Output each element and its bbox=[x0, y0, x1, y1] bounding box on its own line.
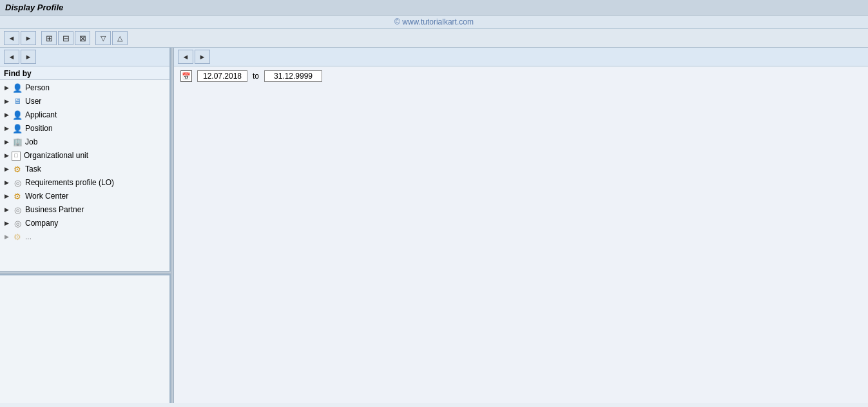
tree-arrow-req: ▶ bbox=[3, 179, 10, 188]
date-from-field[interactable]: 12.07.2018 bbox=[197, 70, 247, 82]
to-label: to bbox=[253, 72, 259, 81]
tree-item-biz-partner[interactable]: ▶ ◎ Business Partner bbox=[0, 203, 169, 217]
partial-icon: ⚙ bbox=[12, 232, 23, 243]
main-toolbar: ◄ ► ⊞ ⊟ ⊠ ▽ △ bbox=[0, 29, 868, 48]
biz-partner-icon: ◎ bbox=[12, 205, 23, 215]
tree-label-job: Job bbox=[25, 137, 37, 148]
date-row: 📅 12.07.2018 to 31.12.9999 bbox=[174, 66, 868, 86]
req-profile-icon: ◎ bbox=[12, 178, 23, 188]
tree-arrow-job: ▶ bbox=[3, 138, 10, 147]
org-unit-icon: □ bbox=[12, 152, 21, 161]
right-panel: ◄ ► 📅 12.07.2018 to 31.12.9999 bbox=[174, 48, 868, 403]
position-icon: 👤 bbox=[12, 124, 23, 134]
toolbar-btn-7[interactable]: △ bbox=[112, 31, 128, 45]
tree-arrow-person: ▶ bbox=[3, 84, 10, 93]
tree-arrow-partial: ▶ bbox=[3, 233, 10, 242]
work-center-icon: ⚙ bbox=[12, 192, 23, 202]
tree-label-user: User bbox=[25, 96, 41, 107]
left-forward-btn[interactable]: ► bbox=[21, 50, 36, 64]
toolbar-back-btn[interactable]: ◄ bbox=[4, 31, 19, 45]
tree-arrow-org: ▶ bbox=[3, 152, 10, 161]
task-icon: ⚙ bbox=[12, 164, 23, 175]
applicant-icon: 👤 bbox=[12, 110, 23, 121]
left-panel: ◄ ► Find by ▶ 👤 Person ▶ 🖥 User bbox=[0, 48, 171, 271]
tree-label-req-profile: Requirements profile (LO) bbox=[25, 177, 114, 188]
tree-item-person[interactable]: ▶ 👤 Person bbox=[0, 81, 169, 95]
tree-item-partial[interactable]: ▶ ⚙ ... bbox=[0, 230, 169, 244]
toolbar-btn-6[interactable]: ▽ bbox=[95, 31, 111, 45]
tree-label-task: Task bbox=[25, 164, 41, 175]
left-back-btn[interactable]: ◄ bbox=[4, 50, 19, 64]
title-bar: Display Profile bbox=[0, 0, 868, 15]
tree-item-org-unit[interactable]: ▶ □ Organizational unit bbox=[0, 149, 169, 163]
main-layout: ◄ ► Find by ▶ 👤 Person ▶ 🖥 User bbox=[0, 48, 868, 403]
tree-label-partial: ... bbox=[25, 232, 32, 243]
company-icon: ◎ bbox=[12, 219, 23, 229]
date-to-field[interactable]: 31.12.9999 bbox=[264, 70, 322, 82]
tree-arrow-workcenter: ▶ bbox=[3, 192, 10, 201]
tree-item-user[interactable]: ▶ 🖥 User bbox=[0, 95, 169, 108]
right-back-btn[interactable]: ◄ bbox=[178, 50, 193, 64]
tree-label-org-unit: Organizational unit bbox=[24, 150, 88, 161]
user-icon: 🖥 bbox=[12, 97, 23, 107]
right-forward-btn[interactable]: ► bbox=[195, 50, 210, 64]
watermark-text: © www.tutorialkart.com bbox=[394, 17, 474, 26]
bottom-left-panel bbox=[0, 274, 171, 403]
tree-label-position: Position bbox=[25, 123, 53, 134]
tree-arrow-user: ▶ bbox=[3, 97, 10, 106]
calendar-icon[interactable]: 📅 bbox=[180, 70, 192, 82]
title-text: Display Profile bbox=[5, 3, 63, 12]
tree-arrow-bizpartner: ▶ bbox=[3, 206, 10, 215]
watermark-bar: © www.tutorialkart.com bbox=[0, 15, 868, 29]
tree-arrow-company: ▶ bbox=[3, 219, 10, 228]
find-by-label: Find by bbox=[0, 66, 169, 80]
tree-label-company: Company bbox=[25, 218, 58, 229]
tree-label-applicant: Applicant bbox=[25, 110, 57, 121]
tree-label-person: Person bbox=[25, 83, 50, 94]
left-section: ◄ ► Find by ▶ 👤 Person ▶ 🖥 User bbox=[0, 48, 171, 403]
tree-item-req-profile[interactable]: ▶ ◎ Requirements profile (LO) bbox=[0, 176, 169, 190]
toolbar-btn-5[interactable]: ⊠ bbox=[75, 31, 90, 45]
toolbar-btn-4[interactable]: ⊟ bbox=[58, 31, 73, 45]
tree-arrow-position: ▶ bbox=[3, 124, 10, 134]
job-icon: 🏢 bbox=[12, 137, 23, 148]
right-panel-toolbar: ◄ ► bbox=[174, 48, 868, 66]
tree-arrow-applicant: ▶ bbox=[3, 111, 10, 120]
tree-item-position[interactable]: ▶ 👤 Position bbox=[0, 122, 169, 135]
tree-item-company[interactable]: ▶ ◎ Company bbox=[0, 217, 169, 230]
tree-item-work-center[interactable]: ▶ ⚙ Work Center bbox=[0, 190, 169, 203]
person-icon: 👤 bbox=[12, 83, 23, 94]
tree-item-job[interactable]: ▶ 🏢 Job bbox=[0, 135, 169, 149]
tree-label-work-center: Work Center bbox=[25, 191, 68, 202]
toolbar-forward-btn[interactable]: ► bbox=[21, 31, 36, 45]
tree-arrow-task: ▶ bbox=[3, 165, 10, 174]
left-panel-toolbar: ◄ ► bbox=[0, 48, 169, 66]
tree-label-biz-partner: Business Partner bbox=[25, 204, 84, 215]
toolbar-btn-3[interactable]: ⊞ bbox=[41, 31, 57, 45]
tree-container[interactable]: ▶ 👤 Person ▶ 🖥 User ▶ 👤 Applicant bbox=[0, 80, 169, 271]
tree-item-task[interactable]: ▶ ⚙ Task bbox=[0, 163, 169, 176]
tree-item-applicant[interactable]: ▶ 👤 Applicant bbox=[0, 108, 169, 122]
